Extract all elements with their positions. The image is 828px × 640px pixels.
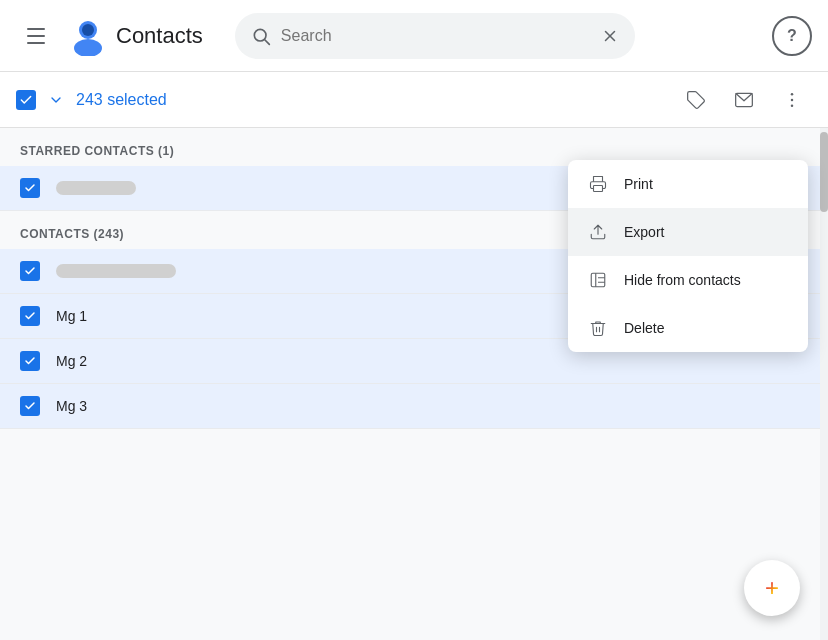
search-icon bbox=[251, 26, 271, 46]
scrollbar-thumb[interactable] bbox=[820, 132, 828, 212]
search-bar[interactable] bbox=[235, 13, 635, 59]
checkmark-icon bbox=[19, 93, 33, 107]
help-icon: ? bbox=[787, 27, 797, 45]
hamburger-menu-button[interactable] bbox=[16, 16, 56, 56]
email-icon bbox=[734, 90, 754, 110]
menu-item-print[interactable]: Print bbox=[568, 160, 808, 208]
header: Contacts ? bbox=[0, 0, 828, 72]
menu-item-delete[interactable]: Delete bbox=[568, 304, 808, 352]
contact-checkbox[interactable] bbox=[20, 306, 40, 326]
app-logo: Contacts bbox=[68, 16, 203, 56]
label-button[interactable] bbox=[676, 80, 716, 120]
svg-point-1 bbox=[74, 39, 102, 56]
contact-name: Mg 3 bbox=[56, 398, 87, 414]
checkmark-icon bbox=[24, 355, 36, 367]
svg-line-4 bbox=[265, 39, 270, 44]
plus-icon: + bbox=[765, 576, 779, 600]
email-button[interactable] bbox=[724, 80, 764, 120]
delete-icon bbox=[588, 318, 608, 338]
contact-name: Mg 2 bbox=[56, 353, 87, 369]
contact-checkbox[interactable] bbox=[20, 178, 40, 198]
search-input[interactable] bbox=[281, 27, 591, 45]
contacts-app-icon bbox=[68, 16, 108, 56]
toolbar-actions bbox=[676, 80, 812, 120]
svg-point-10 bbox=[791, 104, 794, 107]
hide-icon bbox=[588, 270, 608, 290]
menu-item-print-label: Print bbox=[624, 176, 653, 192]
scrollbar[interactable] bbox=[820, 128, 828, 640]
checkmark-icon bbox=[24, 400, 36, 412]
export-icon bbox=[588, 222, 608, 242]
menu-item-export-label: Export bbox=[624, 224, 664, 240]
select-all-checkbox[interactable] bbox=[16, 90, 36, 110]
create-contact-button[interactable]: + bbox=[744, 560, 800, 616]
svg-rect-13 bbox=[591, 273, 605, 287]
search-clear-button[interactable] bbox=[601, 27, 619, 45]
contact-avatar-placeholder bbox=[56, 181, 136, 195]
menu-item-export[interactable]: Export bbox=[568, 208, 808, 256]
selected-count-label: 243 selected bbox=[76, 91, 664, 109]
checkmark-icon bbox=[24, 310, 36, 322]
svg-rect-11 bbox=[594, 186, 603, 192]
app-title: Contacts bbox=[116, 23, 203, 49]
hamburger-icon bbox=[27, 28, 45, 44]
contact-avatar-placeholder bbox=[56, 264, 176, 278]
contact-checkbox[interactable] bbox=[20, 396, 40, 416]
checkmark-icon bbox=[24, 182, 36, 194]
more-options-button[interactable] bbox=[772, 80, 812, 120]
selection-dropdown-button[interactable] bbox=[48, 92, 64, 108]
svg-point-8 bbox=[791, 92, 794, 95]
chevron-down-icon bbox=[48, 92, 64, 108]
contact-row-4[interactable]: Mg 3 bbox=[0, 384, 828, 429]
contact-checkbox[interactable] bbox=[20, 261, 40, 281]
label-icon bbox=[686, 90, 706, 110]
menu-item-delete-label: Delete bbox=[624, 320, 664, 336]
help-button[interactable]: ? bbox=[772, 16, 812, 56]
contact-name: Mg 1 bbox=[56, 308, 87, 324]
svg-point-2 bbox=[82, 24, 94, 36]
menu-item-hide-label: Hide from contacts bbox=[624, 272, 741, 288]
svg-point-9 bbox=[791, 98, 794, 101]
menu-item-hide[interactable]: Hide from contacts bbox=[568, 256, 808, 304]
print-icon bbox=[588, 174, 608, 194]
more-options-menu: Print Export Hide from contacts bbox=[568, 160, 808, 352]
checkmark-icon bbox=[24, 265, 36, 277]
contact-checkbox[interactable] bbox=[20, 351, 40, 371]
selection-toolbar: 243 selected bbox=[0, 72, 828, 128]
more-vertical-icon bbox=[782, 90, 802, 110]
